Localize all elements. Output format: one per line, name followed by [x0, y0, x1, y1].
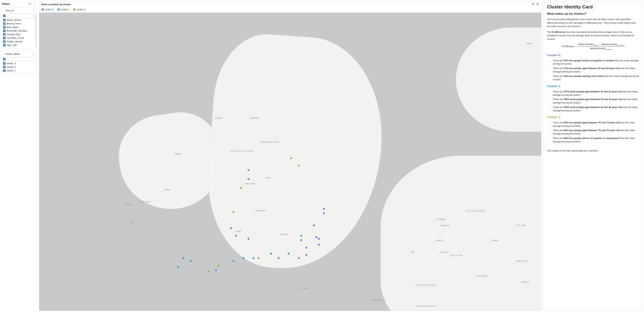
store-marker[interactable] — [215, 269, 217, 271]
filter-checkbox[interactable] — [3, 40, 6, 43]
store-marker[interactable] — [218, 264, 220, 266]
store-marker[interactable] — [258, 257, 260, 259]
filters-header: Filters ⋮ — [1, 1, 37, 7]
identity-intro-2: The % difference has been calculated by … — [547, 30, 640, 41]
legend-item[interactable]: cluster_1 — [58, 8, 70, 11]
city-marker — [212, 120, 213, 120]
filter-checkbox[interactable] — [3, 37, 6, 39]
scrollbar[interactable] — [35, 15, 36, 47]
folder-icon[interactable] — [28, 2, 31, 6]
store-marker[interactable] — [252, 257, 254, 259]
filters-panel: Filters ⋮ ⌄store_id⋮⌕Beach_BreezeBeachy_… — [1, 1, 37, 311]
cluster-bullet: There are 63% less people aged between 7… — [550, 120, 640, 128]
store-marker[interactable] — [323, 212, 325, 214]
filter-name: store_id — [6, 9, 14, 12]
store-marker[interactable] — [318, 238, 320, 240]
city-marker — [408, 254, 409, 255]
store-marker[interactable] — [232, 211, 234, 213]
store-marker[interactable] — [242, 257, 244, 259]
filter-checkbox[interactable] — [3, 26, 6, 29]
filter-checkbox[interactable] — [3, 62, 6, 65]
filter-item[interactable]: Beachy_Keen — [3, 22, 35, 26]
filter-item[interactable]: cluster_0 — [3, 62, 35, 65]
city-marker — [524, 45, 524, 46]
legend-label: cluster_1 — [61, 8, 70, 11]
filter-more-icon[interactable]: ⋮ — [32, 9, 35, 12]
store-marker[interactable] — [240, 187, 242, 189]
store-marker[interactable] — [235, 235, 237, 237]
filter-block-store_id: ⌄store_id⋮⌕Beach_BreezeBeachy_KeenBlue_W… — [1, 7, 37, 49]
filter-name: cluster_labels — [6, 53, 20, 55]
filter-item[interactable]: Coastal_Gear — [3, 33, 35, 36]
store-marker[interactable] — [323, 208, 325, 210]
city-marker — [433, 242, 434, 243]
store-marker[interactable] — [248, 238, 250, 240]
filter-item[interactable]: Boardwalk_Boutique — [3, 29, 35, 33]
filter-search-input[interactable] — [6, 57, 35, 61]
filter-checkbox[interactable] — [3, 33, 6, 36]
landmass — [202, 31, 388, 274]
store-marker[interactable] — [177, 266, 179, 268]
legend-swatch — [74, 9, 76, 11]
filter-item[interactable]: Beach_Breeze — [3, 18, 35, 22]
filter-select-all[interactable] — [3, 58, 6, 60]
filter-checkbox[interactable] — [3, 44, 6, 46]
legend-label: cluster_0 — [45, 8, 54, 11]
city-marker — [127, 224, 128, 225]
cluster-bullet: There are 109% more people aged between … — [550, 105, 640, 113]
filter-item[interactable]: Blue_Wave — [3, 26, 35, 29]
store-marker[interactable] — [270, 253, 272, 255]
store-marker[interactable] — [182, 257, 184, 259]
map-city-label: Le Havre — [300, 287, 308, 289]
city-marker — [514, 263, 514, 264]
city-marker — [122, 206, 122, 207]
cluster-heading: Cluster 1: — [547, 84, 640, 88]
filter-more-icon[interactable]: ⋮ — [32, 52, 35, 55]
map-canvas[interactable]: UNITED KINGDOMIRELANDNETHERLANDSBELGIUMN… — [39, 13, 541, 311]
filter-item[interactable]: High_Tide — [3, 43, 35, 47]
map-city-label: Limerick — [124, 203, 132, 206]
filter-label: Beachy_Keen — [6, 23, 20, 25]
filter-search-input[interactable] — [6, 14, 35, 18]
legend-swatch — [58, 9, 60, 11]
filter-checkbox[interactable] — [3, 30, 6, 32]
store-marker[interactable] — [305, 254, 307, 256]
filter-block-header[interactable]: ⌄cluster_labels⋮ — [1, 51, 37, 57]
filter-item[interactable]: cluster_2 — [3, 65, 35, 69]
legend-item[interactable]: cluster_0 — [42, 8, 54, 11]
filter-checkbox[interactable] — [3, 69, 6, 72]
filter-item[interactable]: Golden_Shores — [3, 40, 35, 43]
map-city-label: Cork — [130, 221, 134, 223]
store-marker[interactable] — [300, 239, 302, 241]
store-marker[interactable] — [313, 224, 315, 226]
store-marker[interactable] — [190, 260, 192, 262]
filter-checkbox[interactable] — [3, 66, 6, 68]
zoom-in-icon[interactable] — [536, 3, 539, 6]
legend-item[interactable]: cluster_2 — [74, 8, 86, 11]
filters-more-icon[interactable]: ⋮ — [33, 3, 36, 5]
city-marker — [242, 186, 243, 186]
store-marker[interactable] — [208, 270, 210, 272]
filter-item[interactable]: Coastline_Corner — [3, 36, 35, 40]
filter-checkbox[interactable] — [3, 23, 6, 25]
store-marker[interactable] — [300, 235, 302, 237]
map-title: Store Locations by Cluster — [41, 3, 71, 6]
store-marker[interactable] — [290, 157, 292, 159]
cluster-bullets: There are 63% less people aged between 7… — [547, 120, 640, 144]
svg-line-1 — [534, 5, 534, 5]
filter-block-header[interactable]: ⌄store_id⋮ — [1, 8, 37, 13]
store-marker[interactable] — [318, 244, 320, 246]
store-marker[interactable] — [248, 178, 250, 180]
filter-label: Boardwalk_Boutique — [6, 30, 27, 32]
filter-item[interactable]: cluster_1 — [3, 69, 35, 72]
zoom-out-icon[interactable] — [532, 3, 534, 6]
filter-label: Coastline_Corner — [6, 37, 24, 39]
store-marker[interactable] — [232, 260, 234, 262]
store-marker[interactable] — [298, 257, 300, 259]
filter-select-all[interactable] — [3, 15, 6, 17]
store-marker[interactable] — [278, 257, 280, 259]
filter-checkbox[interactable] — [3, 19, 6, 21]
store-marker[interactable] — [316, 236, 317, 238]
store-marker[interactable] — [298, 165, 300, 167]
formula: % difference = (mean income)cluster x − … — [547, 43, 640, 50]
